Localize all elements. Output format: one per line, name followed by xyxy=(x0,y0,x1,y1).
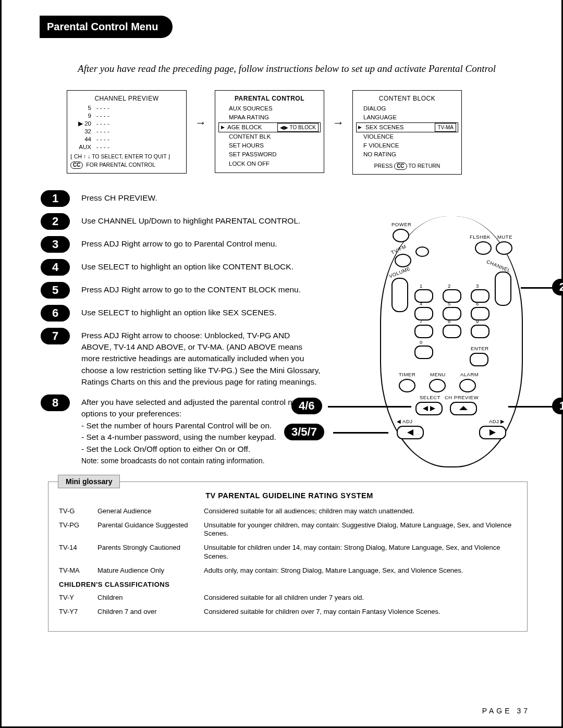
keypad-1-button[interactable] xyxy=(414,289,433,303)
power-button[interactable] xyxy=(393,229,409,242)
callout-2: 2 xyxy=(552,279,563,295)
step-number: 1 xyxy=(41,190,70,207)
content-block-box: CONTENT BLOCK DIALOGLANGUAGESEX SCENESTV… xyxy=(352,90,462,175)
channel-preview-row: ▶ 20- - - - xyxy=(70,120,183,128)
keypad-7-button[interactable] xyxy=(414,325,433,338)
channel-preview-box: CHANNEL PREVIEW 5- - - -9- - - -▶ 20- - … xyxy=(67,90,187,174)
keypad-2-button[interactable] xyxy=(443,289,461,303)
keypad-label: 8 xyxy=(448,318,451,324)
glossary-tab: Mini glossary xyxy=(58,475,120,488)
glossary-row: TV-Y7Children 7 and overConsidered suita… xyxy=(59,608,520,616)
callout-1: 1 xyxy=(552,398,563,414)
cb-footer: PRESS CC TO RETURN xyxy=(356,163,458,170)
adj-right-button[interactable] xyxy=(479,426,506,439)
keypad-label: 1 xyxy=(420,283,423,289)
glossary-row: TV-PGParental Guidance SuggestedUnsuitab… xyxy=(59,521,520,539)
select-button[interactable] xyxy=(415,402,443,415)
glossary-row: TV-GGeneral AudienceConsidered suitable … xyxy=(59,507,520,516)
callout-line xyxy=(333,432,388,434)
chprev-foot1: ⌊ CH ↑ ↓ TO SELECT, ENTER TO QUIT ⌋ xyxy=(70,153,183,159)
volume-label: VOLUME xyxy=(388,265,411,279)
content-block-item: VIOLENCE xyxy=(356,132,458,141)
parental-control-item: SET PASSWORD xyxy=(218,150,321,159)
content-block-item: LANGUAGE xyxy=(356,113,458,122)
keypad-label: 5 xyxy=(448,301,451,306)
keypad-3-button[interactable] xyxy=(471,289,489,303)
callout-46: 4/6 xyxy=(291,398,322,414)
volume-rocker[interactable] xyxy=(391,278,408,312)
callout-line xyxy=(521,287,553,289)
step-number: 2 xyxy=(41,213,70,230)
channel-preview-title: CHANNEL PREVIEW xyxy=(70,95,183,102)
step-number: 6 xyxy=(41,305,70,322)
adj-left-button[interactable] xyxy=(397,426,424,439)
alarm-label: ALARM xyxy=(460,372,479,377)
keypad-label: 4 xyxy=(420,301,423,306)
channel-preview-row: 32- - - - xyxy=(70,128,183,135)
flashback-button[interactable] xyxy=(475,241,492,255)
timer-label: TIMER xyxy=(399,372,415,377)
enter-label: ENTER xyxy=(471,346,489,351)
mute-label: MUTE xyxy=(497,234,512,240)
callout-line xyxy=(508,406,553,408)
keypad-label: 3 xyxy=(476,283,479,289)
glossary-row: TV-MAMature Audience OnlyAdults only, ma… xyxy=(59,566,520,575)
callout-357: 3/5/7 xyxy=(284,424,324,440)
adj-right-label: ADJ ▶ xyxy=(489,418,505,424)
channel-preview-row: 44- - - - xyxy=(70,135,183,143)
channel-preview-row: 5- - - - xyxy=(70,104,183,112)
keypad-label: 2 xyxy=(448,283,451,289)
keypad-9-button[interactable] xyxy=(471,325,489,338)
step-number: 8 xyxy=(41,394,70,411)
step-number: 5 xyxy=(41,282,70,299)
select-label: SELECT xyxy=(420,394,440,400)
arrow-icon: → xyxy=(195,90,206,130)
glossary-subhead: CHILDREN'S CLASSIFICATIONS xyxy=(59,581,520,588)
step-text: Use CHANNEL Up/Down to highlight PARENTA… xyxy=(81,213,300,227)
step-number: 4 xyxy=(41,259,70,276)
keypad-4-button[interactable] xyxy=(414,307,433,320)
channel-label: CHANNEL xyxy=(486,258,511,274)
mute-button[interactable] xyxy=(496,241,512,255)
keypad-0-button[interactable] xyxy=(414,346,433,359)
step-text: Press ADJ Right arrow to go to the CONTE… xyxy=(81,282,301,295)
keypad-label: 7 xyxy=(420,318,423,324)
osd-diagrams: CHANNEL PREVIEW 5- - - -9- - - -▶ 20- - … xyxy=(67,90,517,175)
content-block-item: NO RATING xyxy=(356,150,458,159)
glossary-row: TV-14Parents Strongly CautionedUnsuitabl… xyxy=(59,544,520,561)
power-label: POWER xyxy=(391,221,411,227)
content-block-item: F VIOLENCE xyxy=(356,141,458,150)
parental-control-item: MPAA RATING xyxy=(218,113,321,122)
remote-illustration: POWER FLSHBK MUTE TV/FM VOLUME CHANNEL E… xyxy=(338,216,552,477)
step-text: Use SELECT to highlight an option like S… xyxy=(81,305,277,318)
alarm-button[interactable] xyxy=(459,379,476,392)
parental-control-item: SET HOURS xyxy=(218,141,321,150)
chpreview-button[interactable] xyxy=(450,402,477,415)
step-number: 7 xyxy=(41,328,70,344)
page-number: PAGE 37 xyxy=(482,707,530,715)
keypad-8-button[interactable] xyxy=(443,325,461,338)
step-text: Press ADJ Right arrow to choose: Unblock… xyxy=(81,328,321,388)
adj-left-label: ◀ ADJ xyxy=(397,418,413,424)
parental-control-item: LOCK ON OFF xyxy=(218,159,321,168)
parental-control-title: PARENTAL CONTROL xyxy=(218,95,321,102)
channel-rocker[interactable] xyxy=(495,272,511,306)
enter-button[interactable] xyxy=(470,353,488,366)
keypad-6-button[interactable] xyxy=(471,307,489,320)
chprev-foot2: CC FOR PARENTAL CONTROL xyxy=(70,162,183,169)
timer-button[interactable] xyxy=(399,379,415,392)
step-text: Press CH PREVIEW. xyxy=(81,190,157,204)
step-text: Press ADJ Right arrow to go to Parental … xyxy=(81,236,277,250)
keypad-label: 9 xyxy=(476,318,479,324)
flshbk-label: FLSHBK xyxy=(470,234,491,240)
menu-button[interactable] xyxy=(429,379,446,392)
content-block-title: CONTENT BLOCK xyxy=(356,95,458,102)
manual-page: Parental Control Menu After you have rea… xyxy=(0,0,563,728)
keypad-5-button[interactable] xyxy=(443,307,461,320)
parental-control-item: AGE BLOCK◀▶ TO BLOCK xyxy=(218,122,321,132)
callout-line xyxy=(328,406,411,408)
cc-button[interactable] xyxy=(415,246,429,257)
mini-glossary: Mini glossary TV PARENTAL GUIDELINE RATI… xyxy=(48,482,528,632)
channel-preview-row: 9- - - - xyxy=(70,112,183,120)
keypad-label: 0 xyxy=(420,339,423,345)
